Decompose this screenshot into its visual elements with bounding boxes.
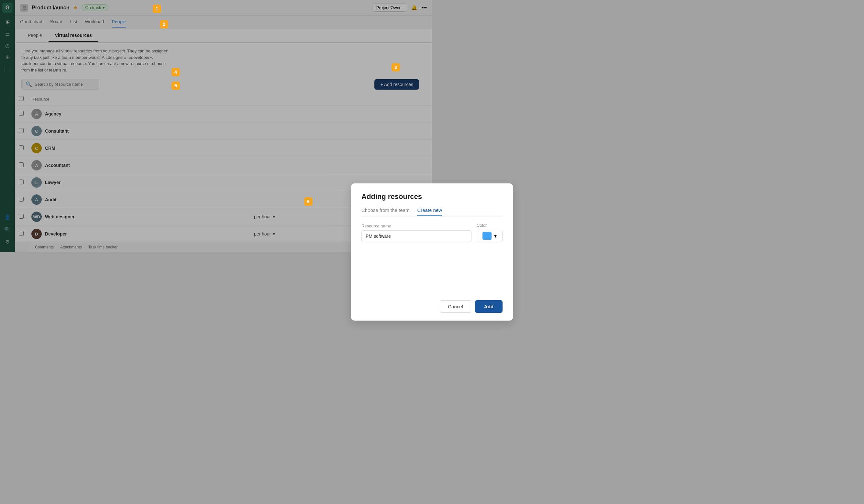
resource-name-input[interactable]	[361, 230, 432, 242]
modal-tab-new[interactable]: Create new	[417, 207, 432, 216]
modal-overlay[interactable]: Adding resources Choose from the team Cr…	[0, 0, 432, 252]
modal-title: Adding resources	[361, 192, 432, 201]
adding-resources-modal: Adding resources Choose from the team Cr…	[351, 183, 432, 252]
form-row: Resource name Color ▾	[361, 223, 432, 242]
resource-name-label: Resource name	[361, 224, 432, 228]
modal-tab-team[interactable]: Choose from the team	[361, 207, 409, 216]
resource-name-group: Resource name	[361, 224, 432, 242]
modal-tabs: Choose from the team Create new	[361, 207, 432, 216]
